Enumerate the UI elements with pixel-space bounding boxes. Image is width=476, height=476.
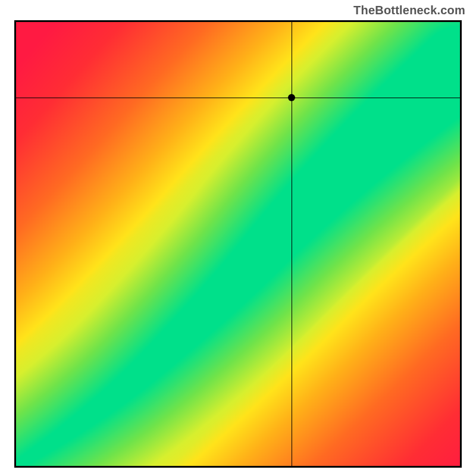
crosshair-horizontal — [16, 98, 460, 98]
heatmap-canvas — [16, 22, 460, 466]
marker-point — [288, 94, 295, 101]
watermark-text: TheBottleneck.com — [353, 4, 465, 17]
heatmap-plot — [14, 20, 462, 468]
crosshair-vertical — [292, 22, 292, 466]
